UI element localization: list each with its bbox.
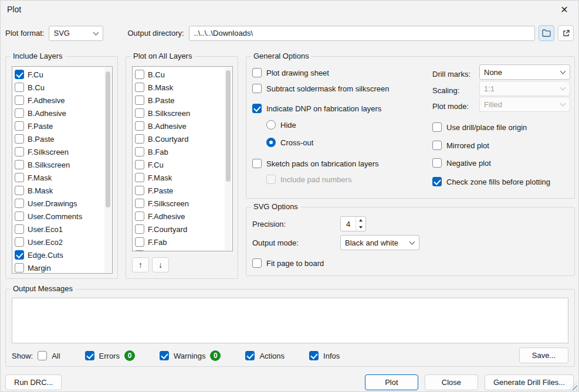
layer-item[interactable]: F.Adhesive [133, 210, 232, 223]
layer-checkbox[interactable] [135, 186, 144, 195]
layer-checkbox[interactable] [135, 250, 144, 251]
layer-item[interactable]: F.Paste [133, 184, 232, 197]
filter-actions[interactable]: Actions [245, 351, 285, 360]
scrollbar-thumb[interactable] [106, 71, 110, 207]
filter-checkbox[interactable] [85, 351, 94, 360]
checkbox[interactable] [432, 158, 442, 168]
output-directory-input[interactable]: ..\..\..\Downloads\ [189, 26, 535, 41]
spin-down-icon[interactable] [356, 224, 365, 231]
messages-textarea[interactable] [12, 298, 568, 343]
generate-drill-files-button[interactable]: Generate Drill Files... [485, 374, 574, 390]
open-external-button[interactable] [558, 25, 574, 41]
layer-checkbox[interactable] [15, 224, 24, 234]
layer-item[interactable]: B.Cu [133, 68, 232, 81]
run-drc-button[interactable]: Run DRC... [5, 374, 62, 390]
filter-checkbox[interactable] [245, 351, 255, 360]
plot-format-select[interactable]: SVG [49, 26, 103, 41]
layer-item[interactable]: B.Paste [133, 94, 232, 107]
layer-item[interactable]: F.Mask [133, 171, 232, 184]
layer-item[interactable]: F.Mask [12, 171, 112, 184]
layer-checkbox[interactable] [15, 83, 24, 92]
checkbox[interactable] [252, 159, 262, 168]
save-button[interactable]: Save... [519, 347, 568, 363]
layer-checkbox[interactable] [135, 70, 144, 79]
filter-checkbox[interactable] [309, 351, 319, 360]
plot-all-layers-list[interactable]: B.CuB.MaskB.PasteB.SilkscreenB.AdhesiveB… [132, 66, 233, 251]
layer-checkbox[interactable] [15, 160, 24, 169]
layer-item[interactable]: Margin [12, 261, 112, 274]
plot-button[interactable]: Plot [365, 374, 418, 390]
filter-warnings[interactable]: Warnings0 [160, 350, 221, 361]
checkbox[interactable] [432, 177, 442, 186]
layer-item[interactable]: B.Adhesive [133, 120, 232, 132]
radio-button[interactable] [266, 138, 276, 147]
layer-checkbox[interactable] [15, 134, 24, 144]
layer-item[interactable]: B.Cu [12, 81, 112, 94]
scrollbar-thumb[interactable] [226, 70, 231, 182]
layer-checkbox[interactable] [135, 173, 144, 182]
layer-item[interactable]: B.Fab [133, 145, 232, 158]
mirrored-plot-checkbox[interactable]: Mirrored plot [432, 139, 489, 151]
layer-item[interactable]: B.Paste [12, 132, 112, 145]
layer-item[interactable]: B.Silkscreen [133, 107, 232, 120]
radio-button[interactable] [266, 120, 276, 129]
layer-checkbox[interactable] [135, 147, 144, 156]
layer-checkbox[interactable] [15, 147, 24, 156]
layer-checkbox[interactable] [15, 70, 24, 79]
layer-item[interactable]: F.Courtyard [133, 223, 232, 236]
plot-drawing-sheet-checkbox[interactable]: Plot drawing sheet [252, 67, 329, 79]
layer-item[interactable]: F.Silkscreen [133, 197, 232, 210]
hide-radio[interactable]: Hide [266, 119, 296, 131]
layer-checkbox[interactable] [15, 237, 24, 247]
layer-item[interactable]: B.Courtyard [133, 132, 232, 145]
checkbox[interactable] [252, 84, 262, 93]
layer-checkbox[interactable] [135, 121, 144, 131]
layer-checkbox[interactable] [135, 108, 144, 118]
sketch-pads-checkbox[interactable]: Sketch pads on fabrication layers [252, 158, 379, 169]
layer-checkbox[interactable] [15, 96, 24, 105]
layer-item[interactable]: F.Fab [133, 236, 232, 248]
close-icon[interactable]: ✕ [557, 2, 571, 16]
layer-checkbox[interactable] [15, 250, 24, 260]
layer-item[interactable]: User.Comments [12, 210, 112, 223]
filter-checkbox[interactable] [160, 351, 169, 360]
layer-checkbox[interactable] [15, 186, 24, 195]
layer-item[interactable]: Edge.Cuts [12, 248, 112, 261]
layer-checkbox[interactable] [15, 199, 24, 208]
check-zone-fills-checkbox[interactable]: Check zone fills before plotting [432, 176, 550, 188]
layer-checkbox[interactable] [15, 108, 24, 118]
plot-all-layers-scrollbar[interactable] [225, 67, 232, 250]
use-origin-checkbox[interactable]: Use drill/place file origin [432, 121, 527, 133]
layer-item[interactable]: B.Adhesive [12, 107, 112, 120]
layer-checkbox[interactable] [135, 212, 144, 221]
spin-up-icon[interactable] [356, 217, 365, 224]
layer-item[interactable]: F.Cu [12, 68, 112, 81]
filter-all[interactable]: All [38, 351, 60, 360]
checkbox[interactable] [432, 122, 442, 132]
layer-item[interactable]: F.Paste [12, 120, 112, 132]
precision-spinner[interactable]: 4 [340, 216, 366, 231]
move-layer-up-button[interactable]: ↑ [132, 257, 149, 272]
layer-item[interactable]: User.Drawings [12, 197, 112, 210]
output-mode-select[interactable]: Black and white [340, 235, 419, 250]
cross-out-radio[interactable]: Cross-out [266, 137, 313, 148]
layer-item[interactable]: B.Silkscreen [12, 158, 112, 171]
checkbox[interactable] [432, 141, 442, 150]
layer-item[interactable]: F.Cu [133, 158, 232, 171]
layer-checkbox[interactable] [15, 212, 24, 221]
layer-item[interactable]: F.Adhesive [12, 94, 112, 107]
layer-item[interactable]: User.Eco2 [12, 236, 112, 248]
close-button[interactable]: Close [425, 374, 478, 390]
layer-item[interactable]: User.Eco1 [12, 223, 112, 236]
fit-page-checkbox[interactable]: Fit page to board [252, 257, 324, 269]
checkbox[interactable] [252, 258, 262, 268]
layer-checkbox[interactable] [15, 263, 24, 272]
filter-checkbox[interactable] [38, 351, 47, 360]
negative-plot-checkbox[interactable]: Negative plot [432, 157, 491, 169]
layer-checkbox[interactable] [135, 83, 144, 92]
drill-marks-select[interactable]: None [479, 64, 570, 80]
layer-checkbox[interactable] [135, 134, 144, 144]
layer-checkbox[interactable] [135, 96, 144, 105]
subtract-soldermask-checkbox[interactable]: Subtract soldermask from silkscreen [252, 83, 390, 94]
filter-infos[interactable]: Infos [309, 351, 340, 360]
